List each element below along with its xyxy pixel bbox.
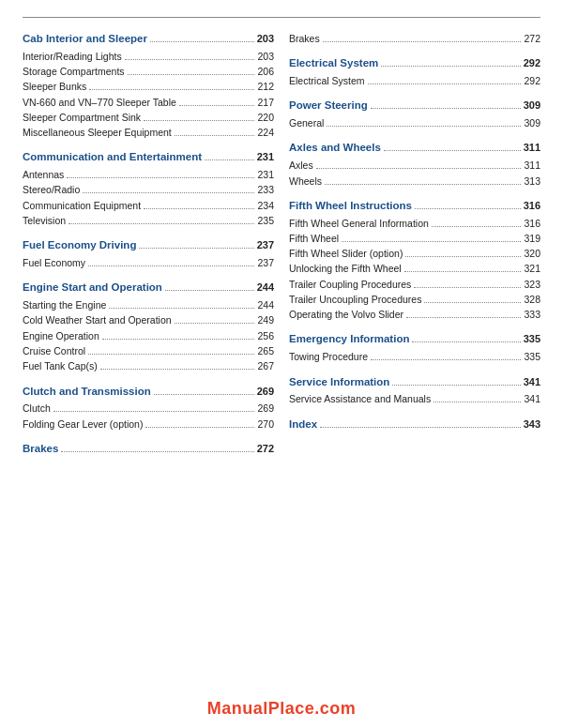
section-header: Axles and Wheels311 [289,140,540,157]
section-title: Fifth Wheel Instructions [289,198,412,215]
entry-label: Fifth Wheel General Information [289,216,429,231]
entry-dots [89,89,254,90]
toc-entry: Axles311 [289,158,540,173]
section-page: 311 [524,140,540,156]
entry-dots [88,354,254,355]
entry-dots [68,223,254,224]
section-header: Clutch and Transmission269 [23,384,274,401]
entry-page: 220 [257,110,274,125]
page: Cab Interior and Sleeper203 Interior/Rea… [0,0,563,728]
dots [320,427,521,428]
entry-page: 206 [257,64,274,79]
entry-label: Sleeper Bunks [23,79,86,94]
entry-label: VN-660 and VN–770 Sleeper Table [23,95,176,110]
entry-label: Trailer Uncoupling Procedures [289,292,421,307]
dots [61,451,253,452]
entry-label: Miscellaneous Sleeper Equipment [23,125,172,140]
toc-entry: Operating the Volvo Slider333 [289,307,540,322]
entry-page: 270 [257,417,274,432]
section-title: Axles and Wheels [289,140,381,157]
dots [139,248,253,249]
toc-entry: Folding Gear Lever (option)270 [23,417,274,432]
entry-label: Antennas [23,167,64,182]
entry-dots [128,74,255,75]
section-title: Communication and Entertainment [23,149,202,166]
entry-dots [102,339,255,340]
footer[interactable]: ManualPlace.com [0,699,563,719]
entry-page: 341 [524,391,540,406]
entry-page: 313 [524,174,540,189]
section-page: 237 [257,237,274,253]
entry-label: Cold Weather Start and Operation [23,312,172,327]
entry-label: Communication Equipment [23,198,141,213]
toc-entry: Miscellaneous Sleeper Equipment224 [23,125,274,140]
entry-page: 256 [257,328,274,343]
left-column: Cab Interior and Sleeper203 Interior/Rea… [23,31,283,459]
footer-text: ManualPlace.com [207,699,357,718]
entry-page: 224 [257,125,274,140]
section-title: Brakes [23,441,58,458]
entry-dots [405,256,521,257]
entry-label: General [289,115,324,130]
entry-label: Trailer Coupling Procedures [289,277,411,292]
entry-page: 217 [257,95,274,110]
entry-page: 234 [257,198,274,213]
entry-page: 212 [257,79,274,94]
entry-dots [83,192,254,193]
entry-label: Towing Procedure [289,349,368,364]
entry-label: Wheels [289,174,322,189]
section-page: 244 [257,280,274,296]
section-title: Emergency Information [289,331,409,348]
toc-entry: Television235 [23,213,274,228]
entry-dots [434,402,521,402]
section-header: Index343 [289,417,540,433]
entry-label: Storage Compartments [23,64,125,79]
entry-dots [144,120,254,121]
toc-entry: Trailer Uncoupling Procedures328 [289,292,540,307]
entry-dots [179,105,255,106]
toc-entry: Communication Equipment234 [23,198,274,213]
toc-entry: Stereo/Radio233 [23,182,274,197]
section-title: Index [289,417,317,433]
entry-dots [327,126,521,127]
entry-dots [175,135,255,136]
entry-page: 235 [257,213,274,228]
entry-dots [368,83,522,84]
entry-page: 328 [524,292,540,307]
entry-page: 333 [524,307,540,322]
entry-label: Cruise Control [23,343,85,358]
section-title: Engine Start and Operation [23,280,162,296]
entry-page: 321 [524,261,540,276]
entry-label: Stereo/Radio [23,182,80,197]
toc-entry: Antennas231 [23,167,274,182]
toc-entry: General309 [289,115,540,130]
toc-entry: Electrical System292 [289,73,540,88]
entry-page: 269 [257,401,274,416]
entry-page: 320 [524,246,540,261]
entry-label: Fuel Economy [23,255,85,270]
toc-entry: Trailer Coupling Procedures323 [289,277,540,292]
entry-page: 311 [524,158,540,173]
section-title: Power Steering [289,98,368,114]
toc-entry: Fifth Wheel General Information316 [289,216,540,231]
section-header: Electrical System292 [289,55,540,72]
entry-dots [125,59,255,60]
entry-page: 292 [524,73,540,88]
entry-dots [67,177,254,178]
entry-dots [342,241,521,242]
dots [150,41,254,42]
section-page: 316 [524,198,540,214]
top-line [23,17,540,18]
section-page: 269 [257,384,274,400]
entry-dots [175,323,255,324]
toc-entry: Fifth Wheel Slider (option)320 [289,246,540,261]
entry-page: 309 [524,115,540,130]
entry-label: Fuel Tank Cap(s) [23,358,98,373]
section-header: Brakes272 [23,441,274,458]
toc-entry: Cold Weather Start and Operation249 [23,312,274,327]
section-page: 309 [524,98,540,114]
toc-entry: Engine Operation256 [23,328,274,343]
entry-page: 203 [257,49,274,64]
toc-entry: Sleeper Bunks212 [23,79,274,94]
toc-entry: Sleeper Compartment Sink220 [23,110,274,125]
